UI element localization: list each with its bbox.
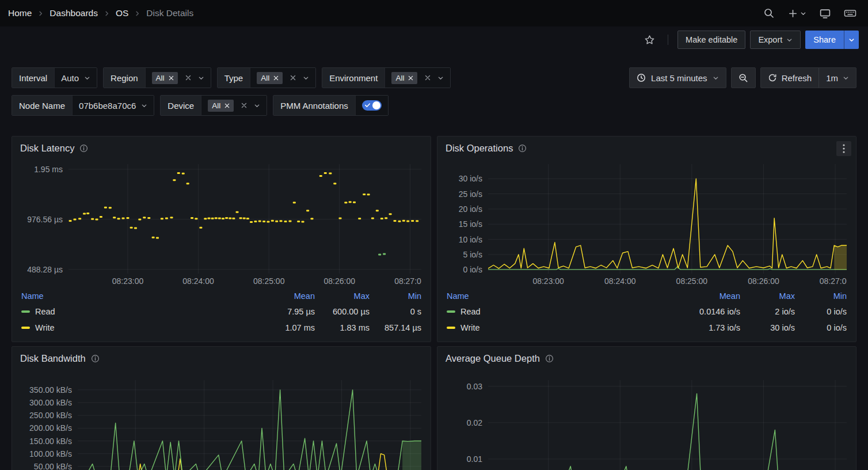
disk-operations-chart[interactable] (488, 164, 847, 274)
export-button[interactable]: Export (750, 31, 801, 49)
info-icon[interactable] (518, 144, 527, 153)
y-axis-tick: 25 io/s (459, 189, 482, 199)
filter-row-1: Interval Auto Region All (12, 67, 856, 88)
region-select[interactable]: All (145, 68, 211, 88)
keyboard-icon[interactable] (844, 7, 856, 19)
share-dropdown-button[interactable] (844, 31, 859, 49)
device-select[interactable]: All (201, 96, 267, 115)
legend-header-max[interactable]: Max (740, 291, 795, 301)
legend-header: Name Mean Max Min (21, 289, 421, 304)
breadcrumb-current-page: Disk Details (146, 8, 193, 18)
panel-title[interactable]: Disk Latency (20, 143, 74, 154)
refresh-interval-value: 1m (826, 73, 838, 83)
breadcrumb-home[interactable]: Home (8, 8, 32, 18)
panel-title[interactable]: Disk Operations (446, 143, 513, 154)
legend-series-read[interactable]: Read (21, 307, 240, 316)
clear-selection-icon[interactable] (185, 75, 191, 81)
add-new-button[interactable] (787, 8, 806, 19)
legend-series-read[interactable]: Read (447, 307, 665, 316)
info-icon[interactable] (545, 354, 554, 363)
series-mean: 0.0146 io/s (665, 307, 740, 316)
legend-header-mean[interactable]: Mean (240, 291, 315, 301)
chart-canvas (78, 380, 421, 470)
x-axis: 08:23:0008:24:0008:25:0008:26:0008:27:00 (68, 274, 421, 286)
y-axis: 1.95 ms976.56 µs488.28 µs (21, 164, 68, 274)
chevron-down-icon (848, 37, 855, 43)
info-icon[interactable] (91, 354, 100, 363)
refresh-icon (768, 73, 777, 82)
panel-disk-bandwidth: Disk Bandwidth 350.00 kB/s300.00 kB/s250… (12, 346, 431, 470)
chevron-down-icon[interactable] (303, 75, 309, 81)
environment-control: Environment All (322, 67, 451, 88)
panel-title[interactable]: Average Queue Depth (446, 353, 540, 364)
export-label: Export (758, 35, 782, 44)
search-icon[interactable] (763, 7, 775, 19)
type-chip-all[interactable]: All (257, 72, 283, 84)
legend-header-mean[interactable]: Mean (665, 291, 740, 301)
legend: Name Mean Max Min Read 0.0146 io/s 2 io/… (447, 289, 847, 336)
panel-header: Average Queue Depth (437, 347, 856, 370)
legend-series-write[interactable]: Write (447, 323, 665, 332)
y-axis-tick: 0 io/s (463, 265, 482, 274)
chevron-right-icon (104, 10, 110, 17)
monitor-icon[interactable] (819, 7, 831, 20)
node-name-select[interactable]: 07b6be8a70c6 (72, 96, 154, 115)
panel-menu-kebab-icon[interactable] (836, 141, 851, 156)
time-range-picker[interactable]: Last 5 minutes (629, 67, 726, 88)
series-name: Read (460, 307, 481, 316)
legend-header-max[interactable]: Max (315, 291, 370, 301)
info-icon[interactable] (79, 144, 88, 153)
zoom-out-button[interactable] (731, 67, 756, 88)
close-icon (169, 75, 174, 81)
share-button[interactable]: Share (805, 31, 844, 49)
refresh-button[interactable]: Refresh (761, 68, 819, 88)
y-axis-tick: 20 io/s (459, 204, 482, 214)
chart-canvas (488, 164, 847, 274)
clear-selection-icon[interactable] (241, 103, 247, 108)
type-select[interactable]: All (250, 68, 315, 88)
disk-bandwidth-chart[interactable] (78, 380, 421, 470)
share-button-group: Share (805, 31, 859, 49)
chevron-down-icon[interactable] (254, 103, 260, 109)
panel-title[interactable]: Disk Bandwidth (20, 353, 86, 364)
environment-chip-all[interactable]: All (391, 72, 417, 84)
legend-header-name[interactable]: Name (447, 291, 665, 301)
average-queue-depth-chart[interactable] (488, 380, 847, 470)
clock-icon (637, 73, 646, 82)
clear-selection-icon[interactable] (290, 75, 296, 81)
pmm-annotations-value (355, 96, 388, 115)
legend-header-min[interactable]: Min (370, 291, 421, 301)
region-chip-all[interactable]: All (152, 72, 178, 84)
star-icon[interactable] (640, 31, 658, 49)
pmm-annotations-toggle[interactable] (362, 100, 382, 111)
chevron-down-icon[interactable] (84, 75, 90, 81)
pmm-annotations-control: PMM Annotations (273, 95, 389, 116)
filters-section: Interval Auto Region All (0, 53, 868, 116)
region-control: Region All (103, 67, 211, 88)
disk-latency-chart[interactable] (68, 164, 421, 274)
clear-selection-icon[interactable] (425, 75, 431, 81)
chip-label: All (212, 101, 220, 110)
breadcrumb-dashboards[interactable]: Dashboards (50, 8, 98, 18)
refresh-control: Refresh 1m (760, 67, 856, 88)
breadcrumb-os[interactable]: OS (116, 8, 128, 18)
refresh-interval-select[interactable]: 1m (818, 68, 856, 88)
chevron-down-icon[interactable] (437, 75, 444, 81)
interval-select[interactable]: Auto (54, 68, 97, 88)
type-label: Type (218, 68, 250, 88)
legend-header-min[interactable]: Min (795, 291, 847, 301)
legend-series-write[interactable]: Write (21, 323, 240, 332)
chart-canvas (68, 164, 421, 274)
series-swatch (447, 310, 455, 313)
chevron-down-icon[interactable] (141, 103, 147, 109)
make-editable-button[interactable]: Make editable (677, 31, 745, 49)
chevron-down-icon[interactable] (198, 75, 204, 81)
top-nav: Home Dashboards OS Disk Details (0, 0, 868, 26)
chevron-down-icon (713, 75, 719, 81)
x-axis-tick: 08:25:00 (253, 276, 285, 286)
legend-header-name[interactable]: Name (21, 291, 240, 301)
device-chip-all[interactable]: All (208, 100, 234, 112)
panel-average-queue-depth: Average Queue Depth 0.030.020.01 (437, 346, 856, 470)
environment-select[interactable]: All (384, 68, 450, 88)
series-name: Write (35, 323, 55, 332)
